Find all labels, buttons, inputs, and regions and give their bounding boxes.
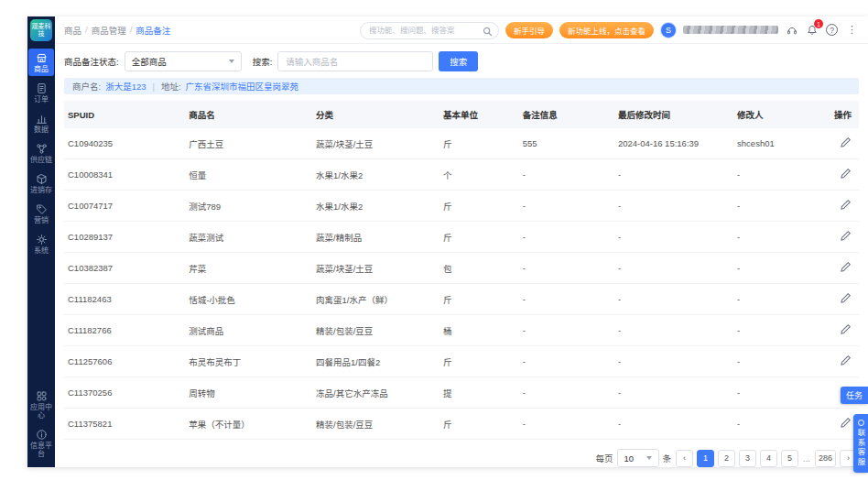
table-cell: C10382387 bbox=[64, 253, 183, 284]
sidebar-item-data[interactable]: 数据 bbox=[28, 109, 54, 136]
table-body: C10940235广西土豆蔬菜/块茎/土豆斤5552024-04-16 15:1… bbox=[64, 128, 859, 440]
operation-cell bbox=[819, 315, 859, 346]
edit-icon[interactable] bbox=[840, 230, 852, 242]
customer-service-tab[interactable]: 联系客服 bbox=[853, 414, 868, 473]
edit-icon[interactable] bbox=[840, 355, 852, 366]
search-icon[interactable] bbox=[483, 24, 493, 34]
table-cell: - bbox=[613, 191, 732, 222]
table-cell: 蔬菜/块茎/土豆 bbox=[310, 253, 438, 284]
table-cell: 桶 bbox=[438, 315, 517, 346]
table-cell: - bbox=[732, 409, 819, 440]
table-cell: 斤 bbox=[438, 346, 517, 377]
page-button[interactable]: 1 bbox=[697, 450, 714, 467]
inventory-icon bbox=[36, 173, 48, 185]
table-cell: 2024-04-16 15:16:39 bbox=[613, 128, 732, 159]
breadcrumb-active[interactable]: 商品备注 bbox=[136, 24, 170, 37]
topbar: 商品/商品管理/商品备注 新手引导 新功能上线，点击查看 S 1 bbox=[55, 16, 868, 44]
product-name-input[interactable] bbox=[277, 51, 433, 71]
edit-icon[interactable] bbox=[840, 136, 852, 148]
column-header: 修改人 bbox=[732, 101, 819, 128]
order-icon bbox=[36, 82, 48, 94]
page-button[interactable]: 286 bbox=[815, 450, 836, 467]
page-button[interactable]: 5 bbox=[781, 450, 798, 467]
breadcrumb-item[interactable]: 商品管理 bbox=[92, 24, 126, 37]
sidebar-item-label: 应用中心 bbox=[28, 403, 54, 420]
page-button[interactable]: 3 bbox=[739, 450, 756, 467]
status-filter-label: 商品备注状态: bbox=[64, 55, 119, 68]
table-row: C11257606布灵布灵布丁四餐用品1/四餐2斤--- bbox=[64, 346, 859, 377]
table-cell: 提 bbox=[438, 377, 517, 409]
more-icon[interactable]: ⋮ bbox=[845, 23, 859, 37]
guide-button[interactable]: 新手引导 bbox=[505, 22, 553, 38]
table-cell: 555 bbox=[517, 128, 613, 159]
table-cell: - bbox=[517, 346, 613, 377]
sidebar-item-label: 供应链 bbox=[29, 156, 53, 164]
table-cell: 冻品/其它水产冻品 bbox=[310, 377, 438, 409]
breadcrumb: 商品/商品管理/商品备注 bbox=[64, 24, 170, 37]
global-search-input[interactable] bbox=[360, 22, 499, 39]
table-cell: shcesh01 bbox=[732, 128, 819, 159]
table-cell: 精装/包装/豆豆 bbox=[310, 409, 438, 440]
edit-icon[interactable] bbox=[840, 292, 852, 304]
data-icon bbox=[36, 113, 48, 125]
edit-icon[interactable] bbox=[840, 199, 852, 211]
table-cell: 个 bbox=[438, 159, 517, 191]
edit-icon[interactable] bbox=[840, 168, 852, 180]
table-cell: - bbox=[732, 284, 819, 315]
table-cell: C10074717 bbox=[64, 191, 183, 222]
per-page-select[interactable]: 10 bbox=[617, 449, 659, 467]
edit-icon[interactable] bbox=[840, 323, 852, 335]
task-tab[interactable]: 任务 bbox=[841, 387, 868, 404]
prev-page-button[interactable]: ‹ bbox=[676, 450, 693, 467]
sidebar-item-marketing[interactable]: 营销 bbox=[28, 200, 54, 227]
column-header: SPUID bbox=[64, 101, 183, 128]
table-cell: - bbox=[732, 253, 819, 284]
avatar[interactable]: S bbox=[660, 22, 677, 38]
sidebar-item-inventory[interactable]: 进销存 bbox=[28, 169, 54, 197]
table-cell: 蔬菜测试 bbox=[183, 222, 310, 253]
bell-icon[interactable]: 1 bbox=[805, 23, 819, 37]
per-page-label: 每页 bbox=[596, 452, 613, 464]
sidebar-nav: 商品订单数据供应链进销存营销系统 bbox=[28, 49, 54, 260]
app-logo[interactable]: 观麦科技 bbox=[30, 19, 52, 41]
promo-button[interactable]: 新功能上线，点击查看 bbox=[559, 22, 654, 38]
table-row: C10289137蔬菜测试蔬菜/精制品斤--- bbox=[64, 222, 859, 253]
sidebar-item-orders[interactable]: 订单 bbox=[28, 79, 54, 106]
sidebar-item-label: 商品 bbox=[33, 65, 49, 73]
table-cell: - bbox=[517, 159, 613, 191]
operation-cell bbox=[819, 159, 859, 191]
help-icon[interactable]: ? bbox=[825, 23, 839, 37]
table-cell: - bbox=[613, 377, 732, 409]
page-button[interactable]: 2 bbox=[718, 450, 735, 467]
table-cell: C11370256 bbox=[64, 377, 183, 409]
sidebar-item-info-platform[interactable]: 信息平台 bbox=[28, 425, 54, 461]
breadcrumb-separator: / bbox=[85, 25, 88, 35]
table-cell: 测试789 bbox=[183, 191, 310, 222]
page-button[interactable]: 4 bbox=[760, 450, 777, 467]
edit-icon[interactable] bbox=[840, 261, 852, 273]
operation-cell bbox=[819, 346, 859, 377]
sidebar-item-goods[interactable]: 商品 bbox=[28, 49, 54, 76]
system-icon bbox=[36, 234, 48, 246]
sidebar-item-system[interactable]: 系统 bbox=[28, 230, 54, 257]
table-cell: - bbox=[517, 284, 613, 315]
merchant-name-link[interactable]: 浙大是123 bbox=[105, 80, 146, 93]
search-button[interactable]: 搜索 bbox=[439, 51, 478, 71]
table-cell: C10008341 bbox=[64, 159, 183, 191]
status-filter-select[interactable]: 全部商品 bbox=[125, 51, 242, 71]
breadcrumb-item[interactable]: 商品 bbox=[64, 24, 81, 37]
sidebar-item-supply-chain[interactable]: 供应链 bbox=[28, 139, 54, 167]
sidebar-item-app-center[interactable]: 应用中心 bbox=[28, 387, 54, 422]
notification-badge: 1 bbox=[814, 19, 823, 28]
sidebar-item-label: 系统 bbox=[33, 246, 49, 255]
page-content: 商品备注状态: 全部商品 搜索: 搜索 商户名: 浙大是123 | 地址: 广东… bbox=[55, 44, 868, 467]
table-cell: C11182766 bbox=[64, 315, 183, 346]
edit-icon[interactable] bbox=[840, 417, 852, 429]
table-cell: - bbox=[517, 253, 613, 284]
marketing-icon bbox=[36, 203, 48, 215]
table-row: C11182766测试商品精装/包装/豆豆桶--- bbox=[64, 315, 859, 346]
breadcrumb-separator: / bbox=[130, 25, 133, 35]
support-headset-icon[interactable] bbox=[785, 23, 798, 37]
sidebar-item-label: 信息平台 bbox=[28, 442, 54, 458]
merchant-address-link[interactable]: 广东省深圳市福田区皇岗翠苑 bbox=[186, 80, 299, 93]
